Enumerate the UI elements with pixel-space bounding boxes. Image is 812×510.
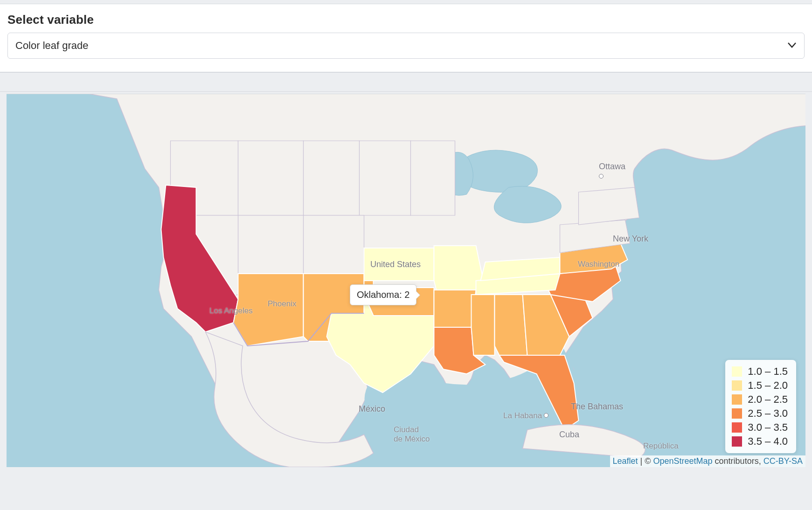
map-svg[interactable] (7, 94, 805, 467)
panel-gap (0, 72, 812, 92)
variable-selector-panel: Select variable Color leaf grade (0, 4, 812, 72)
legend-swatch (732, 436, 742, 447)
osm-link[interactable]: OpenStreetMap (653, 456, 713, 466)
legend-swatch (732, 422, 742, 433)
cc-link[interactable]: CC-BY-SA (763, 456, 803, 466)
legend-row: 2.0 – 2.5 (732, 393, 788, 407)
legend-row: 1.0 – 1.5 (732, 365, 788, 379)
variable-select[interactable]: Color leaf grade (7, 33, 805, 59)
map-tooltip: Oklahoma: 2 (350, 284, 416, 305)
legend-swatch (732, 380, 742, 391)
legend-swatch (732, 366, 742, 377)
map-legend: 1.0 – 1.5 1.5 – 2.0 2.0 – 2.5 2.5 – 3.0 … (725, 360, 796, 453)
map-attribution: Leaflet | © OpenStreetMap contributors, … (610, 455, 805, 467)
legend-row: 1.5 – 2.0 (732, 379, 788, 393)
legend-row: 2.5 – 3.0 (732, 407, 788, 420)
tooltip-text: Oklahoma: 2 (357, 289, 409, 300)
variable-select-value[interactable]: Color leaf grade (7, 33, 805, 59)
legend-row: 3.5 – 4.0 (732, 434, 788, 448)
legend-row: 3.0 – 3.5 (732, 420, 788, 434)
leaflet-link[interactable]: Leaflet (613, 456, 638, 466)
legend-swatch (732, 394, 742, 405)
selector-label: Select variable (7, 13, 805, 27)
choropleth-map[interactable]: Ottawa New York Washington United States… (7, 94, 805, 467)
legend-swatch (732, 408, 742, 419)
